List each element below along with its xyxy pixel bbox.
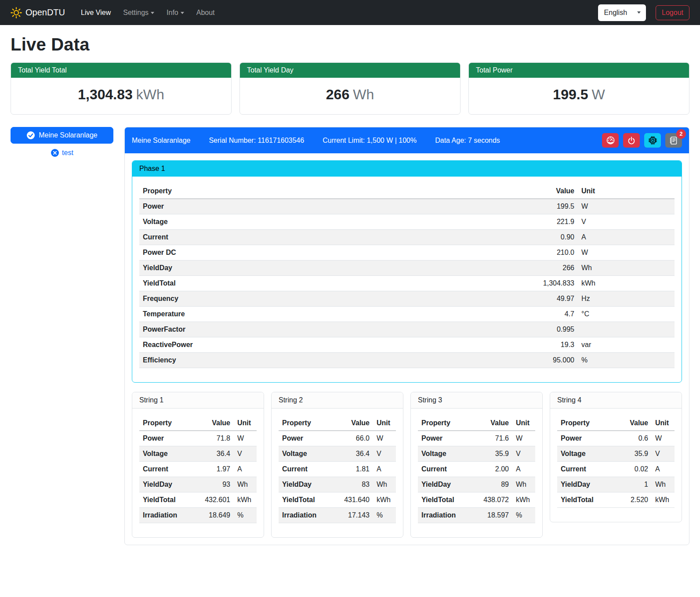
cell-unit: Hz <box>578 291 675 307</box>
event-log-button[interactable]: 2 <box>665 133 682 148</box>
column-header-unit: Unit <box>373 416 396 431</box>
table-row: YieldTotal432.601kWh <box>139 492 257 508</box>
table-row: YieldDay93Wh <box>139 477 257 492</box>
cell-value: 66.0 <box>332 431 373 446</box>
table-row: ReactivePower19.3var <box>139 337 675 353</box>
inverter-item-test[interactable]: test <box>11 148 113 157</box>
column-header-property: Property <box>279 416 332 431</box>
cell-unit: A <box>578 230 675 245</box>
cell-unit: % <box>373 508 396 523</box>
cell-value: 221.9 <box>402 214 578 230</box>
language-select[interactable]: English <box>598 4 646 21</box>
table-row: Current1.81A <box>279 462 396 477</box>
cell-unit: kWh <box>578 276 675 291</box>
card-header: Total Yield Total <box>11 63 231 78</box>
cell-property: YieldTotal <box>139 492 192 508</box>
cell-value: 1.97 <box>192 462 234 477</box>
table-header-row: Property Value Unit <box>418 416 535 431</box>
table-row: Efficiency95.000% <box>139 353 675 368</box>
nav-settings[interactable]: Settings <box>119 5 159 20</box>
app-brand[interactable]: OpenDTU <box>11 7 65 18</box>
table-row: Power71.6W <box>418 431 535 446</box>
inverter-name: Meine Solaranlage <box>132 137 190 145</box>
cell-unit: °C <box>578 307 675 322</box>
cell-property: Current <box>418 462 471 477</box>
page-title: Live Data <box>11 35 689 54</box>
limit-settings-button[interactable] <box>602 133 619 148</box>
table-row: Current1.97A <box>139 462 257 477</box>
nav-info[interactable]: Info <box>162 5 189 20</box>
cell-property: YieldTotal <box>139 276 402 291</box>
cell-value: 266 <box>402 261 578 276</box>
nav-about[interactable]: About <box>192 5 219 20</box>
column-header-property: Property <box>139 184 402 199</box>
table-row: Power71.8W <box>139 431 257 446</box>
column-header-property: Property <box>139 416 192 431</box>
firmware-button[interactable] <box>644 133 661 148</box>
table-row: Power DC210.0W <box>139 245 675 261</box>
cell-unit: W <box>652 431 675 446</box>
event-count-badge: 2 <box>676 129 686 139</box>
inverter-selected-button[interactable]: Meine Solaranlage <box>11 127 113 144</box>
table-row: YieldDay83Wh <box>279 477 396 492</box>
cell-unit: Wh <box>512 477 535 492</box>
cell-value: 49.97 <box>402 291 578 307</box>
cell-unit: A <box>652 462 675 477</box>
logout-button[interactable]: Logout <box>656 5 689 20</box>
total-yield-total-value: 1,304.83 <box>78 87 133 102</box>
power-button[interactable] <box>623 133 640 148</box>
string-2-table: Property Value Unit Power66.0WVoltage36.… <box>279 416 396 523</box>
cell-unit: W <box>234 431 257 446</box>
total-power-unit: W <box>591 87 605 102</box>
cell-value: 89 <box>471 477 512 492</box>
string-2-title: String 2 <box>272 392 403 409</box>
table-row: Current0.90A <box>139 230 675 245</box>
cell-property: Irradiation <box>279 508 332 523</box>
table-row: Irradiation18.597% <box>418 508 535 523</box>
inverter-card: Meine Solaranlage Serial Number: 1161716… <box>124 127 689 545</box>
cell-unit: V <box>373 446 396 462</box>
table-row: Temperature4.7°C <box>139 307 675 322</box>
cell-value: 2.00 <box>471 462 512 477</box>
cell-property: YieldTotal <box>418 492 471 508</box>
table-row: Current2.00A <box>418 462 535 477</box>
cell-property: Current <box>139 462 192 477</box>
cell-unit: kWh <box>373 492 396 508</box>
table-row: Frequency49.97Hz <box>139 291 675 307</box>
cell-property: YieldDay <box>557 477 615 492</box>
cell-property: Temperature <box>139 307 402 322</box>
cell-unit: W <box>578 245 675 261</box>
total-yield-total-card: Total Yield Total 1,304.83kWh <box>11 62 232 115</box>
cell-unit: Wh <box>373 477 396 492</box>
cell-unit: V <box>512 446 535 462</box>
cell-value: 210.0 <box>402 245 578 261</box>
nav-live-view[interactable]: Live View <box>76 5 115 20</box>
strings-row: String 1 Property Value Unit <box>132 392 682 538</box>
cell-property: Current <box>139 230 402 245</box>
column-header-value: Value <box>192 416 234 431</box>
cell-value: 199.5 <box>402 199 578 214</box>
cell-value: 17.143 <box>332 508 373 523</box>
cell-property: YieldTotal <box>557 492 615 508</box>
cell-unit: Wh <box>578 261 675 276</box>
cell-unit: kWh <box>512 492 535 508</box>
cell-property: Efficiency <box>139 353 402 368</box>
cell-property: Power <box>139 199 402 214</box>
cell-property: YieldDay <box>279 477 332 492</box>
cell-unit: W <box>512 431 535 446</box>
cell-unit: V <box>234 446 257 462</box>
table-row: Voltage35.9V <box>418 446 535 462</box>
phase-1-title: Phase 1 <box>132 161 682 177</box>
cell-property: YieldDay <box>139 477 192 492</box>
table-row: YieldTotal1,304.833kWh <box>139 276 675 291</box>
table-row: Power0.6W <box>557 431 675 446</box>
sun-icon <box>11 7 22 18</box>
cell-value: 4.7 <box>402 307 578 322</box>
cell-unit: A <box>512 462 535 477</box>
column-header-value: Value <box>402 184 578 199</box>
cell-value: 95.000 <box>402 353 578 368</box>
table-row: YieldTotal2.520kWh <box>557 492 675 508</box>
inverter-sidebar: Meine Solaranlage test <box>11 127 113 157</box>
table-row: Voltage221.9V <box>139 214 675 230</box>
string-3-title: String 3 <box>411 392 542 409</box>
